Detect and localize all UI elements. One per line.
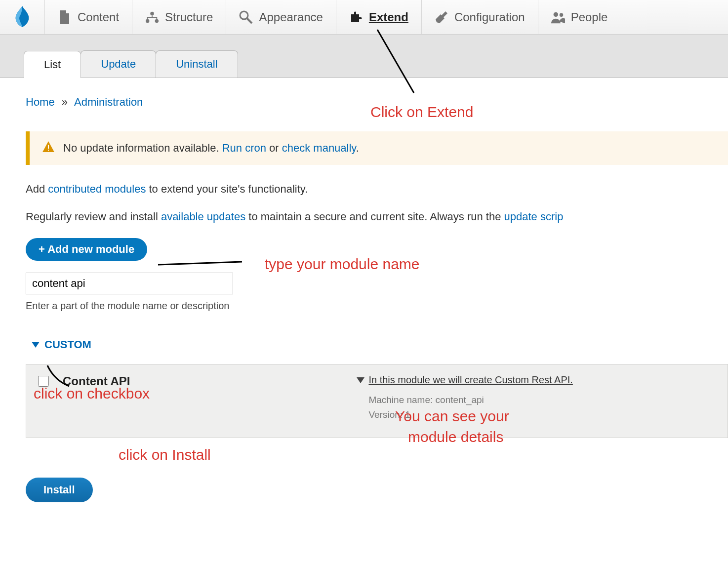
configuration-icon (435, 10, 448, 24)
warning-icon (42, 141, 54, 155)
search-help-text: Enter a part of the module name or descr… (26, 300, 728, 312)
tab-list[interactable]: List (24, 51, 81, 78)
contributed-modules-link[interactable]: contributed modules (48, 183, 146, 195)
drupal-logo (0, 0, 44, 34)
warning-text: No update information available. (63, 142, 222, 154)
svg-point-2 (155, 19, 159, 22)
content-icon (58, 10, 72, 24)
people-icon (551, 10, 565, 24)
chevron-down-icon (32, 342, 40, 348)
svg-point-5 (553, 12, 558, 16)
admin-toolbar: Content Structure Appearance Extend Conf (0, 0, 728, 35)
module-name: Content API (63, 374, 130, 388)
para-contributed: Add contributed modules to extend your s… (26, 183, 728, 196)
toolbar-label: Appearance (259, 10, 323, 24)
module-description-text: In this module we will create Custom Res… (368, 374, 573, 386)
toolbar-label: Content (78, 10, 119, 24)
toolbar-label: Configuration (454, 10, 525, 24)
section-title-label: CUSTOM (44, 338, 91, 351)
module-row: Content API In this module we will creat… (26, 364, 728, 438)
check-manually-link[interactable]: check manually (282, 142, 356, 154)
drupal-icon (13, 6, 32, 29)
extend-icon (349, 10, 363, 24)
module-machine-name: Machine name: content_api (368, 393, 716, 407)
module-description-toggle[interactable]: In this module we will create Custom Res… (357, 374, 716, 386)
warning-period: . (356, 142, 359, 154)
toolbar-content[interactable]: Content (44, 0, 132, 34)
module-version: Version: 1 (368, 407, 716, 422)
update-script-link[interactable]: update scrip (504, 210, 564, 223)
module-search-input[interactable] (26, 273, 233, 294)
warning-mid: or (266, 142, 282, 154)
structure-icon (145, 10, 159, 24)
breadcrumb: Home » Administration (26, 96, 728, 109)
toolbar-label: Extend (369, 10, 408, 24)
toolbar-structure[interactable]: Structure (132, 0, 226, 34)
breadcrumb-admin[interactable]: Administration (74, 96, 143, 108)
available-updates-link[interactable]: available updates (161, 210, 245, 223)
module-enable-checkbox[interactable] (38, 376, 49, 387)
toolbar-extend[interactable]: Extend (336, 0, 421, 34)
install-button[interactable]: Install (26, 478, 93, 502)
add-new-module-button[interactable]: + Add new module (26, 238, 147, 261)
chevron-down-icon (357, 377, 364, 383)
breadcrumb-sep: » (62, 96, 68, 108)
svg-point-3 (240, 11, 248, 19)
toolbar-label: People (571, 10, 608, 24)
toolbar-appearance[interactable]: Appearance (226, 0, 335, 34)
breadcrumb-home[interactable]: Home (26, 96, 55, 108)
svg-point-6 (559, 13, 563, 16)
run-cron-link[interactable]: Run cron (222, 142, 266, 154)
svg-line-4 (247, 18, 252, 23)
svg-point-1 (146, 19, 149, 22)
svg-rect-8 (48, 150, 49, 151)
tab-update[interactable]: Update (81, 50, 156, 78)
secondary-bar: List Update Uninstall (0, 35, 728, 78)
appearance-icon (239, 10, 253, 24)
toolbar-label: Structure (165, 10, 213, 24)
tab-uninstall[interactable]: Uninstall (156, 50, 238, 78)
toolbar-configuration[interactable]: Configuration (421, 0, 538, 34)
section-custom[interactable]: CUSTOM (32, 338, 728, 351)
svg-rect-7 (48, 145, 49, 149)
warning-box: No update information available. Run cro… (26, 131, 728, 165)
svg-point-0 (150, 11, 154, 15)
tabs: List Update Uninstall (24, 50, 728, 78)
para-updates: Regularly review and install available u… (26, 210, 728, 223)
toolbar-people[interactable]: People (538, 0, 621, 34)
